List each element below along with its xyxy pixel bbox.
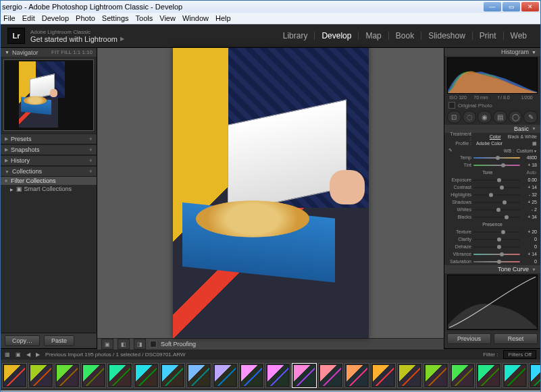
filmstrip-thumb[interactable] — [28, 363, 53, 388]
slider-whites[interactable] — [473, 208, 520, 212]
smart-collections[interactable]: ▶▣ Smart Collections — [1, 185, 97, 193]
filmstrip-thumb[interactable] — [476, 363, 501, 388]
treatment-bw[interactable]: Black & White — [507, 134, 537, 139]
module-print[interactable]: Print — [473, 31, 503, 40]
crop-tool-icon[interactable]: ⊡ — [447, 111, 461, 123]
module-map[interactable]: Map — [359, 31, 388, 40]
filmstrip-thumb[interactable] — [186, 363, 211, 388]
original-photo-checkbox[interactable] — [448, 102, 455, 109]
module-library[interactable]: Library — [276, 31, 315, 40]
filmstrip-thumb[interactable] — [450, 363, 475, 388]
filmstrip-thumb[interactable] — [503, 363, 527, 388]
module-develop[interactable]: Develop — [315, 31, 358, 40]
slider-vibrance[interactable] — [473, 252, 520, 256]
filmstrip[interactable] — [1, 360, 540, 391]
panel-history[interactable]: ▶History+ — [1, 155, 97, 166]
filmstrip-thumb[interactable] — [213, 363, 238, 388]
module-slideshow[interactable]: Slideshow — [421, 31, 472, 40]
maximize-button[interactable]: ▭ — [503, 2, 520, 11]
filmstrip-thumb[interactable] — [318, 363, 343, 388]
panel-collections[interactable]: ▼Collections+ — [1, 166, 97, 177]
minimize-button[interactable]: — — [484, 2, 501, 11]
module-book[interactable]: Book — [389, 31, 421, 40]
previous-button[interactable]: Previous — [447, 333, 491, 344]
filmstrip-thumb[interactable] — [371, 363, 396, 388]
nav-back-icon[interactable]: ◀ — [26, 352, 30, 358]
menu-photo[interactable]: Photo — [76, 14, 95, 22]
menu-window[interactable]: Window — [182, 14, 209, 22]
profile-select[interactable]: Adobe Color — [473, 141, 530, 146]
tone-curve-header[interactable]: Tone Curve▼ — [444, 265, 540, 273]
filmstrip-thumb[interactable] — [107, 363, 132, 388]
nav-fwd-icon[interactable]: ▶ — [36, 352, 40, 358]
filter-collections[interactable]: Filter Collections — [1, 177, 97, 185]
before-after-icon[interactable]: ◧ — [118, 339, 130, 349]
panel-presets[interactable]: ▶Presets+ — [1, 134, 97, 144]
navigator-header[interactable]: ▼ Navigator FIT FILL 1:1 1:10 — [1, 48, 97, 57]
menu-file[interactable]: File — [3, 14, 16, 22]
histogram[interactable] — [447, 57, 538, 94]
menu-view[interactable]: View — [159, 14, 176, 22]
wb-select[interactable]: Custom — [517, 148, 533, 153]
menu-settings[interactable]: Settings — [102, 14, 129, 22]
filmstrip-thumb[interactable] — [397, 363, 422, 388]
redeye-tool-icon[interactable]: ◉ — [478, 111, 492, 123]
filmstrip-thumb[interactable] — [423, 363, 448, 388]
navigator-thumbnail[interactable] — [3, 59, 94, 131]
profile-grid-icon[interactable]: ▦ — [532, 141, 537, 146]
histogram-header[interactable]: Histogram▼ — [444, 48, 540, 56]
filmstrip-thumb[interactable] — [265, 363, 290, 388]
before-after-split-icon[interactable]: ◨ — [134, 339, 146, 349]
menu-develop[interactable]: Develop — [42, 14, 69, 22]
filmstrip-thumb[interactable] — [134, 363, 159, 388]
slider-highlights[interactable] — [473, 193, 520, 197]
menu-tools[interactable]: Tools — [136, 14, 153, 22]
filmstrip-bar: ▦ ▣ ◀ ▶ Previous Import 195 photos / 1 s… — [1, 348, 540, 360]
slider-saturation[interactable] — [473, 260, 520, 264]
module-picker[interactable]: LibraryDevelopMapBookSlideshowPrintWeb — [276, 31, 534, 40]
left-panel: ▼ Navigator FIT FILL 1:1 1:10 ▶Presets+▶… — [1, 48, 97, 348]
soft-proof-checkbox[interactable] — [150, 341, 157, 347]
eyedropper-icon[interactable]: ✎ — [448, 148, 453, 153]
menubar[interactable]: FileEditDevelopPhotoSettingsToolsViewWin… — [1, 13, 540, 24]
auto-button[interactable]: Auto — [527, 170, 536, 175]
filmstrip-filter[interactable]: Filters Off — [503, 350, 536, 359]
slider-contrast[interactable] — [473, 186, 520, 190]
radial-filter-icon[interactable]: ◯ — [509, 111, 523, 123]
module-web[interactable]: Web — [504, 31, 534, 40]
grid-icon[interactable]: ▦ — [5, 352, 10, 358]
filmstrip-thumb[interactable] — [292, 363, 317, 388]
menu-help[interactable]: Help — [215, 14, 231, 22]
filmstrip-thumb[interactable] — [344, 363, 369, 388]
panel-snapshots[interactable]: ▶Snapshots+ — [1, 144, 97, 155]
secondary-display-icon[interactable]: ▣ — [16, 352, 21, 358]
paste-button[interactable]: Paste — [44, 335, 74, 346]
filmstrip-thumb[interactable] — [55, 363, 80, 388]
slider-shadows[interactable] — [473, 200, 520, 204]
slider-dehaze[interactable] — [473, 245, 520, 249]
filmstrip-thumb[interactable] — [529, 363, 540, 388]
loupe-view-icon[interactable]: ▣ — [101, 339, 113, 349]
slider-temp[interactable] — [473, 156, 520, 160]
slider-blacks[interactable] — [473, 215, 520, 219]
filmstrip-thumb[interactable] — [2, 363, 27, 388]
treatment-color[interactable]: Color — [490, 134, 501, 139]
brand-title[interactable]: Get started with Lightroom — [30, 35, 118, 43]
reset-button[interactable]: Reset — [494, 333, 538, 344]
menu-edit[interactable]: Edit — [22, 14, 35, 22]
filmstrip-thumb[interactable] — [160, 363, 185, 388]
photo-preview[interactable] — [173, 48, 369, 338]
filmstrip-thumb[interactable] — [239, 363, 264, 388]
slider-clarity[interactable] — [473, 237, 520, 242]
canvas-area[interactable]: ▣ ◧ ◨ Soft Proofing — [97, 48, 444, 348]
slider-exposure[interactable] — [473, 178, 520, 182]
close-button[interactable]: ✕ — [521, 2, 539, 11]
copy-button[interactable]: Copy… — [5, 335, 40, 346]
brush-tool-icon[interactable]: ✎ — [523, 111, 538, 123]
spot-removal-icon[interactable]: ◌ — [463, 111, 477, 123]
tone-curve[interactable] — [447, 275, 538, 330]
filmstrip-thumb[interactable] — [81, 363, 106, 388]
grad-filter-icon[interactable]: ▤ — [493, 111, 507, 123]
slider-tint[interactable] — [473, 163, 520, 167]
slider-texture[interactable] — [473, 230, 520, 234]
